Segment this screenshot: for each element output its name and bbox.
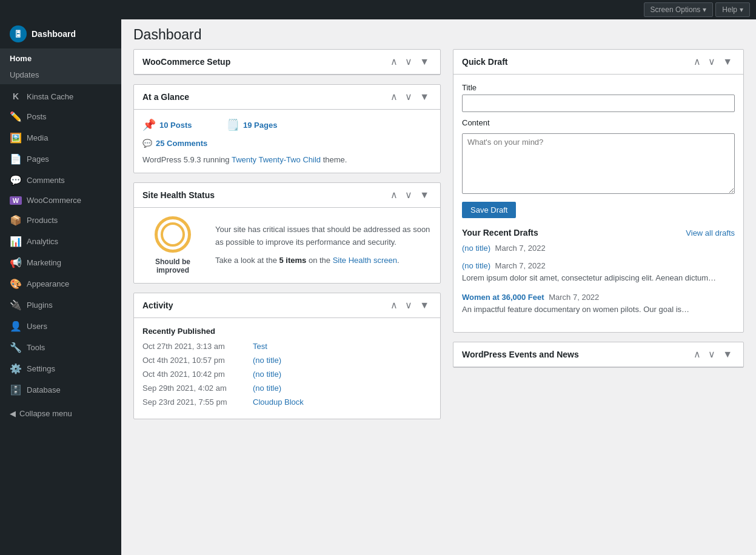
sidebar-item-users[interactable]: 👤 Users <box>0 316 121 337</box>
activity-row: Oct 27th 2021, 3:13 am Test <box>142 341 432 352</box>
panel-expand-button[interactable]: ∧ <box>388 91 400 103</box>
activity-header[interactable]: Activity ∧ ∨ ▼ <box>134 293 440 318</box>
sidebar-item-comments[interactable]: 💬 Comments <box>0 170 121 191</box>
kinsta-cache-icon: K <box>10 91 22 101</box>
quick-draft-body: Title Content Save Draft Your Recent Dra… <box>453 75 743 332</box>
pages-stat: 🗒️ 19 Pages <box>226 118 305 131</box>
activity-post-link[interactable]: (no title) <box>253 356 281 365</box>
draft-title-link[interactable]: Women at 36,000 Feet <box>462 293 544 302</box>
panel-expand-button[interactable]: ∧ <box>388 299 400 311</box>
screen-options-button[interactable]: Screen Options ▾ <box>644 2 714 17</box>
sidebar-item-appearance[interactable]: 🎨 Appearance <box>0 273 121 294</box>
collapse-menu-button[interactable]: ◀ Collapse menu <box>0 403 121 424</box>
sidebar-logo[interactable]: 🎛 Dashboard <box>0 19 121 49</box>
sidebar-item-label: Media <box>27 133 48 142</box>
view-all-drafts-link[interactable]: View all drafts <box>686 228 735 238</box>
main-content: Dashboard WooCommerce Setup ∧ ∨ ▼ <box>121 19 756 555</box>
sidebar-item-pages[interactable]: 📄 Pages <box>0 148 121 170</box>
sidebar-item-label: Database <box>27 385 61 394</box>
panel-hide-button[interactable]: ▼ <box>417 56 432 68</box>
glance-footer: WordPress 5.9.3 running Twenty Twenty-Tw… <box>142 155 432 164</box>
at-a-glance-panel: At a Glance ∧ ∨ ▼ 📌 10 Posts <box>133 84 441 173</box>
sidebar-item-label: Users <box>27 322 47 331</box>
help-button[interactable]: Help ▾ <box>715 2 750 17</box>
quick-draft-panel: Quick Draft ∧ ∨ ▼ Title Cont <box>453 49 744 333</box>
health-icon-wrap: Should be improved <box>142 216 203 274</box>
panel-collapse-button[interactable]: ∨ <box>403 299 415 311</box>
site-health-header[interactable]: Site Health Status ∧ ∨ ▼ <box>134 183 440 208</box>
sidebar-item-database[interactable]: 🗄️ Database <box>0 379 121 400</box>
site-health-link[interactable]: Site Health screen <box>333 256 397 265</box>
sidebar-item-media[interactable]: 🖼️ Media <box>0 127 121 148</box>
sidebar-item-woocommerce[interactable]: W WooCommerce <box>0 191 121 210</box>
glance-stats: 📌 10 Posts 🗒️ 19 Pages <box>142 118 432 131</box>
panel-collapse-button[interactable]: ∨ <box>706 56 718 68</box>
comments-stat-icon: 💬 <box>142 139 152 148</box>
right-column: Quick Draft ∧ ∨ ▼ Title Cont <box>453 49 744 419</box>
panel-hide-button[interactable]: ▼ <box>417 299 432 311</box>
wp-version-text: WordPress 5.9.3 running <box>142 155 232 164</box>
sidebar-item-marketing[interactable]: 📢 Marketing <box>0 252 121 273</box>
home-section: Home Updates <box>0 49 121 84</box>
collapse-icon: ◀ <box>10 409 16 418</box>
panel-hide-button[interactable]: ▼ <box>720 348 735 361</box>
at-a-glance-header[interactable]: At a Glance ∧ ∨ ▼ <box>134 85 440 110</box>
activity-post-link[interactable]: Test <box>253 342 267 351</box>
panel-hide-button[interactable]: ▼ <box>417 189 432 201</box>
sidebar-item-tools[interactable]: 🔧 Tools <box>0 337 121 358</box>
chevron-down-icon: ▾ <box>703 5 706 14</box>
activity-post-link[interactable]: Cloudup Block <box>253 397 304 407</box>
activity-post-link[interactable]: (no title) <box>253 370 281 379</box>
quick-draft-title: Quick Draft <box>462 57 507 67</box>
posts-icon: ✏️ <box>10 111 22 122</box>
health-status-circle <box>155 216 191 253</box>
sidebar-item-posts[interactable]: ✏️ Posts <box>0 106 121 127</box>
sidebar-item-plugins[interactable]: 🔌 Plugins <box>0 294 121 316</box>
draft-item: (no title) March 7, 2022 <box>462 244 735 253</box>
main-layout: 🎛 Dashboard Home Updates K Kinsta Cache … <box>0 19 756 555</box>
save-draft-button[interactable]: Save Draft <box>462 202 516 218</box>
panel-expand-button[interactable]: ∧ <box>388 56 400 68</box>
activity-body: Recently Published Oct 27th 2021, 3:13 a… <box>134 318 440 419</box>
posts-stat: 📌 10 Posts <box>142 118 221 131</box>
activity-row: Sep 23rd 2021, 7:55 pm Cloudup Block <box>142 396 432 408</box>
panel-collapse-button[interactable]: ∨ <box>403 91 415 103</box>
help-label: Help <box>722 5 737 14</box>
chevron-down-icon: ▾ <box>740 5 743 14</box>
marketing-icon: 📢 <box>10 257 22 268</box>
appearance-icon: 🎨 <box>10 278 22 290</box>
theme-link[interactable]: Twenty Twenty-Two Child <box>232 155 321 164</box>
quick-draft-header[interactable]: Quick Draft ∧ ∨ ▼ <box>453 50 743 75</box>
products-icon: 📦 <box>10 214 22 226</box>
panel-expand-button[interactable]: ∧ <box>691 348 703 361</box>
panel-collapse-button[interactable]: ∨ <box>403 56 415 68</box>
panel-hide-button[interactable]: ▼ <box>720 56 735 68</box>
draft-title-input[interactable] <box>462 95 735 112</box>
draft-title-link[interactable]: (no title) <box>462 244 490 253</box>
sidebar-item-home[interactable]: Home <box>0 49 121 68</box>
pages-stat-icon: 🗒️ <box>226 118 239 131</box>
sidebar-item-updates[interactable]: Updates <box>0 68 121 84</box>
comments-stat-link[interactable]: 25 Comments <box>156 139 207 148</box>
wp-events-header[interactable]: WordPress Events and News ∧ ∨ ▼ <box>453 342 743 367</box>
woocommerce-setup-header[interactable]: WooCommerce Setup ∧ ∨ ▼ <box>134 50 440 75</box>
draft-title-link[interactable]: (no title) <box>462 261 490 270</box>
panel-expand-button[interactable]: ∧ <box>388 189 400 201</box>
sidebar-item-kinsta-cache[interactable]: K Kinsta Cache <box>0 87 121 106</box>
left-column: WooCommerce Setup ∧ ∨ ▼ At a Glance ∧ <box>133 49 441 419</box>
sidebar-item-settings[interactable]: ⚙️ Settings <box>0 358 121 379</box>
sidebar-item-analytics[interactable]: 📊 Analytics <box>0 231 121 252</box>
users-icon: 👤 <box>10 321 22 332</box>
panel-collapse-button[interactable]: ∨ <box>706 348 718 361</box>
activity-row: Oct 4th 2021, 10:57 pm (no title) <box>142 354 432 366</box>
panel-expand-button[interactable]: ∧ <box>691 56 703 68</box>
pages-stat-link[interactable]: 19 Pages <box>243 121 277 130</box>
activity-post-link[interactable]: (no title) <box>253 384 281 393</box>
panel-hide-button[interactable]: ▼ <box>417 91 432 103</box>
comments-icon: 💬 <box>10 174 22 186</box>
sidebar-item-products[interactable]: 📦 Products <box>0 210 121 231</box>
panel-controls: ∧ ∨ ▼ <box>388 299 432 311</box>
panel-collapse-button[interactable]: ∨ <box>403 189 415 201</box>
posts-stat-link[interactable]: 10 Posts <box>159 121 192 130</box>
draft-content-textarea[interactable] <box>462 133 735 194</box>
